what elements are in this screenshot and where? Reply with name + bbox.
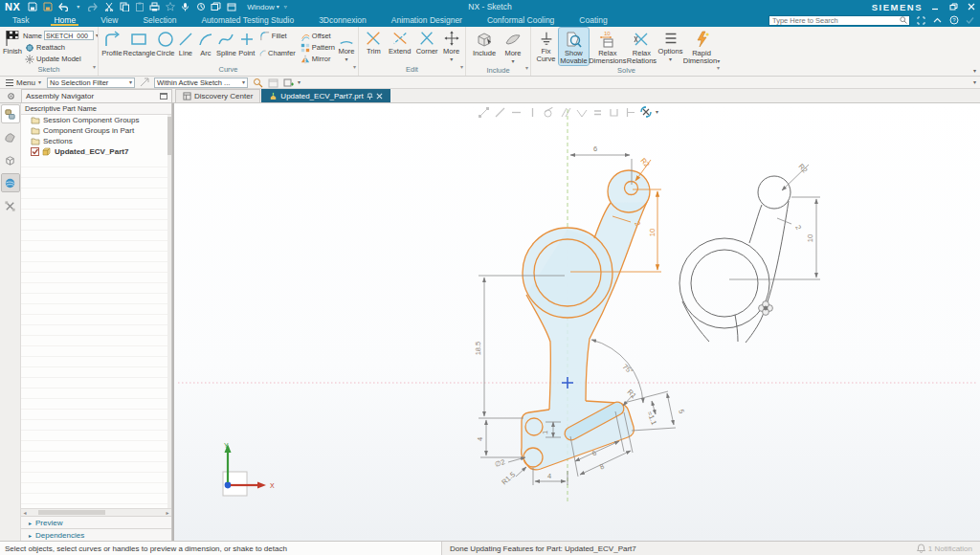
- rectangle-button[interactable]: Rectangle: [123, 28, 155, 57]
- history-tools-tab-icon[interactable]: [2, 197, 19, 214]
- wcs-triad[interactable]: Y X: [212, 440, 289, 500]
- dim-slot-width[interactable]: =1.1: [645, 410, 658, 426]
- save-as-icon[interactable]: [42, 2, 53, 12]
- tree-item-component-groups-in-part[interactable]: Component Groups in Part: [21, 125, 171, 136]
- ribbon-group-label-solve[interactable]: Solve▾: [531, 65, 722, 77]
- dim-hole-diameter[interactable]: ∅2: [494, 457, 506, 469]
- fullscreen-icon[interactable]: [916, 15, 926, 26]
- snap-point-icon[interactable]: [139, 78, 150, 88]
- dependencies-section[interactable]: ▸Dependencies: [21, 528, 171, 541]
- open-in-window-icon[interactable]: [267, 78, 278, 88]
- tab-3dconnexion[interactable]: 3Dconnexion: [306, 13, 379, 27]
- tab-task[interactable]: Task: [0, 13, 41, 27]
- help-icon[interactable]: ?: [948, 15, 959, 26]
- reattach-button[interactable]: Reattach: [23, 42, 99, 53]
- window-menu[interactable]: Window▾: [247, 3, 278, 11]
- find-in-navigator-icon[interactable]: [252, 78, 263, 88]
- ghost-dim-neck[interactable]: 2: [793, 224, 803, 232]
- dim-corner-radius[interactable]: R1.5: [500, 470, 517, 486]
- ribbon-overflow-arrow-icon[interactable]: ▾: [973, 68, 976, 74]
- tree-item-session-component-groups[interactable]: Session Component Groups: [21, 115, 171, 125]
- more-edit-button[interactable]: More▾: [440, 28, 462, 63]
- show-movable-button[interactable]: Show Movable: [559, 28, 589, 65]
- search-icon[interactable]: [898, 16, 909, 24]
- menu-button[interactable]: Menu▾: [4, 78, 43, 87]
- dim-slot-radius[interactable]: R1: [626, 388, 638, 400]
- ghost-dimensions[interactable]: [729, 165, 820, 279]
- row2-overflow-arrow-icon[interactable]: ▾: [973, 79, 976, 85]
- dim-angle[interactable]: 75°: [621, 363, 635, 376]
- cascade-windows-icon[interactable]: [211, 2, 221, 12]
- update-model-button[interactable]: Update Model: [23, 54, 99, 64]
- point-button[interactable]: Point: [237, 28, 256, 57]
- redo-icon[interactable]: [88, 2, 99, 12]
- extend-button[interactable]: Extend: [387, 28, 413, 56]
- copy-icon[interactable]: [119, 2, 129, 12]
- part-navigator-tab-icon[interactable]: [2, 151, 19, 168]
- tab-view[interactable]: View: [88, 13, 130, 27]
- origin-handle[interactable]: [225, 482, 232, 489]
- mirror-button[interactable]: Mirror: [299, 54, 337, 64]
- window-icon[interactable]: [226, 2, 236, 12]
- scroll-left-arrow-icon[interactable]: ◂: [21, 509, 29, 516]
- chamfer-button[interactable]: Chamfer: [257, 48, 298, 58]
- ghost-dim-radius[interactable]: R2: [797, 162, 810, 174]
- pattern-button[interactable]: Pattern: [299, 42, 337, 53]
- selection-filter-dropdown[interactable]: No Selection Filter▾: [47, 78, 135, 88]
- offset-button[interactable]: Offset: [299, 31, 337, 41]
- ribbon-group-label-curve[interactable]: Curve▾: [99, 64, 358, 76]
- close-tab-icon[interactable]: [376, 93, 383, 100]
- dim-top-width[interactable]: 6: [593, 144, 597, 153]
- undo-icon[interactable]: [57, 2, 68, 12]
- more-curve-button[interactable]: More▾: [338, 28, 355, 63]
- minimize-ribbon-icon[interactable]: [932, 15, 943, 26]
- fillet-button[interactable]: Fillet: [257, 31, 298, 41]
- tab-conformal-cooling[interactable]: Conformal Cooling: [475, 13, 567, 27]
- pin-tab-icon[interactable]: [367, 93, 373, 100]
- spline-button[interactable]: Spline: [216, 28, 236, 57]
- internet-explorer-tab-icon[interactable]: [2, 174, 19, 191]
- include-button[interactable]: Include: [469, 28, 500, 57]
- ribbon-group-label-include[interactable]: Include▾: [466, 65, 530, 77]
- dim-gap[interactable]: 1: [541, 431, 549, 434]
- favorites-star-icon[interactable]: [165, 2, 175, 12]
- options-button[interactable]: Options▾: [657, 28, 683, 63]
- rapid-dimension-button[interactable]: Rapid Dimension▾: [684, 28, 719, 65]
- corner-button[interactable]: Corner: [414, 28, 439, 56]
- cut-icon[interactable]: [103, 2, 114, 12]
- dim-height[interactable]: 10: [648, 229, 657, 236]
- tree-vertical-scrollbar[interactable]: [167, 115, 171, 508]
- tab-animation-designer[interactable]: Animation Designer: [379, 13, 475, 27]
- fix-curve-button[interactable]: Fix Curve: [534, 28, 558, 63]
- sketch-name-input[interactable]: [44, 31, 94, 40]
- ribbon-group-label-sketch[interactable]: Sketch▾: [0, 64, 98, 76]
- line-button[interactable]: Line: [176, 28, 195, 57]
- paste-icon[interactable]: [134, 2, 145, 12]
- qat-customize-arrow-icon[interactable]: ▿: [284, 4, 287, 10]
- command-finder-icon[interactable]: [180, 2, 190, 12]
- save-icon[interactable]: [27, 2, 37, 12]
- add-snapshot-icon[interactable]: [282, 78, 294, 88]
- minimize-button[interactable]: [930, 3, 940, 11]
- tree-horizontal-scrollbar[interactable]: ◂ ▸: [21, 508, 171, 516]
- dim-slot-offset[interactable]: 5: [677, 408, 686, 414]
- assembly-navigator-header[interactable]: Assembly Navigator: [21, 89, 172, 102]
- trim-button[interactable]: Trim: [362, 28, 386, 56]
- sketch-geometry[interactable]: 6 R2 2 10 18.5 4 1 ∅2 R1.5 4 6 8 5 =1.1 …: [174, 103, 980, 541]
- search-input[interactable]: [769, 16, 898, 25]
- tree-item-active-part[interactable]: Updated_ECV_Part7: [21, 146, 171, 157]
- restore-button[interactable]: [948, 3, 958, 11]
- graphics-window[interactable]: ▾: [172, 103, 980, 541]
- toolbar-more-arrow-icon[interactable]: ▾: [298, 79, 301, 85]
- undock-panel-icon[interactable]: [160, 93, 167, 100]
- assembly-navigator-tab-icon[interactable]: [2, 105, 19, 122]
- dim-left-height[interactable]: 18.5: [474, 342, 482, 356]
- tab-coating[interactable]: Coating: [567, 13, 619, 27]
- navigator-settings-icon[interactable]: [0, 89, 21, 102]
- x-axis-arrow[interactable]: [257, 482, 266, 489]
- finish-sketch-button[interactable]: Finish: [3, 28, 22, 56]
- dim-slot-inner[interactable]: 6: [590, 449, 597, 458]
- dim-knob-radius[interactable]: R2: [639, 156, 652, 168]
- selection-scope-dropdown[interactable]: Within Active Sketch ...▾: [154, 78, 248, 88]
- tab-part-document[interactable]: Updated_ECV_Part7.prt: [261, 89, 390, 102]
